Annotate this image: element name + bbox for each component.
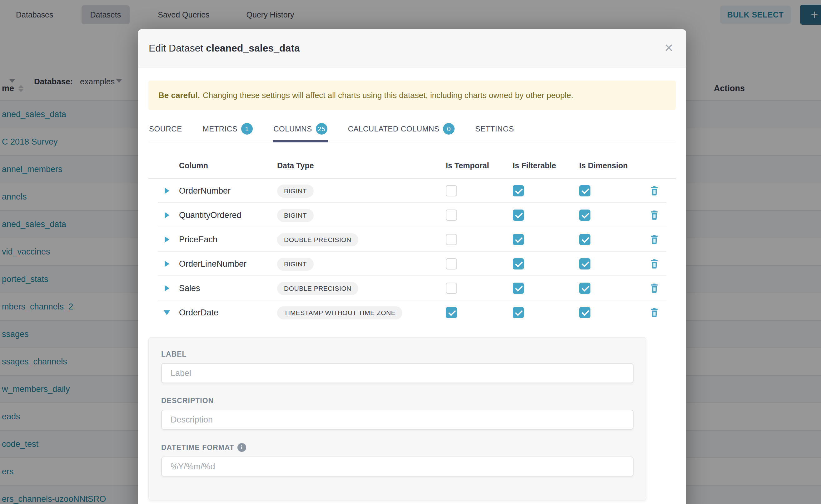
is-dimension-checkbox[interactable]: [579, 307, 591, 318]
tab-count-badge: 1: [241, 123, 253, 135]
is-filterable-checkbox[interactable]: [513, 258, 524, 269]
tab-count-badge: 0: [443, 123, 455, 135]
is-dimension-checkbox[interactable]: [579, 258, 591, 269]
warning-text: Changing these settings will affect all …: [203, 91, 573, 100]
is-dimension-checkbox[interactable]: [579, 234, 591, 245]
is-temporal-checkbox[interactable]: [446, 234, 457, 245]
column-name: PriceEach: [179, 235, 217, 245]
tab-metrics[interactable]: METRICS 1: [202, 119, 254, 142]
description-input[interactable]: [161, 410, 634, 430]
description-field-label: DESCRIPTION: [161, 397, 634, 405]
modal-tabs: SOURCE METRICS 1 COLUMNS 25 CALCULATED C…: [148, 119, 676, 142]
data-type-pill: BIGINT: [277, 258, 314, 271]
modal-body: Be careful. Changing these settings will…: [138, 81, 686, 500]
column-row: Sales DOUBLE PRECISION: [148, 276, 676, 300]
is-filterable-checkbox[interactable]: [513, 307, 524, 318]
is-filterable-checkbox[interactable]: [513, 283, 524, 294]
is-temporal-header: Is Temporal: [446, 161, 489, 170]
is-filterable-header: Is Filterable: [513, 161, 556, 170]
edit-dataset-modal: Edit Dataset cleaned_sales_data ✕ Be car…: [138, 29, 686, 504]
column-header: Column: [179, 161, 208, 170]
columns-table-header: Column Data Type Is Temporal Is Filterab…: [148, 153, 676, 179]
column-row: OrderDate TIMESTAMP WITHOUT TIME ZONE: [148, 300, 676, 325]
tab-calculated-columns[interactable]: CALCULATED COLUMNS 0: [347, 119, 456, 142]
datetime-format-field-group: DATETIME FORMAT i: [161, 443, 634, 477]
tab-label: SOURCE: [149, 125, 182, 133]
warning-banner: Be careful. Changing these settings will…: [148, 81, 676, 110]
data-type-pill: BIGINT: [277, 185, 314, 198]
delete-column-icon[interactable]: [650, 283, 659, 295]
label-input[interactable]: [161, 363, 634, 383]
is-dimension-checkbox[interactable]: [579, 283, 591, 294]
delete-column-icon[interactable]: [650, 259, 659, 270]
data-type-pill: TIMESTAMP WITHOUT TIME ZONE: [277, 306, 402, 319]
tab-label: SETTINGS: [475, 125, 514, 133]
tab-count-badge: 25: [316, 123, 327, 135]
expand-caret-icon[interactable]: [165, 261, 169, 267]
screen: DatabasesDatasetsSaved QueriesQuery Hist…: [0, 0, 821, 504]
tab-label: COLUMNS: [273, 125, 312, 133]
expand-caret-icon[interactable]: [165, 285, 169, 291]
column-name: QuantityOrdered: [179, 210, 241, 220]
column-name: OrderNumber: [179, 186, 230, 196]
modal-header: Edit Dataset cleaned_sales_data ✕: [138, 29, 686, 67]
datetime-format-input[interactable]: [161, 457, 634, 477]
tab-settings[interactable]: SETTINGS: [475, 119, 515, 142]
tab-columns[interactable]: COLUMNS 25: [273, 119, 328, 142]
expand-caret-icon[interactable]: [165, 236, 169, 243]
column-name: Sales: [179, 284, 200, 293]
expand-caret-icon[interactable]: [164, 310, 170, 315]
is-temporal-checkbox[interactable]: [446, 258, 457, 269]
data-type-pill: BIGINT: [277, 209, 314, 222]
is-filterable-checkbox[interactable]: [513, 234, 524, 245]
datetime-format-field-label: DATETIME FORMAT i: [161, 443, 634, 452]
column-row: OrderLineNumber BIGINT: [148, 252, 676, 276]
column-row: PriceEach DOUBLE PRECISION: [148, 227, 676, 252]
close-icon[interactable]: ✕: [662, 41, 675, 56]
is-dimension-header: Is Dimension: [579, 161, 628, 170]
delete-column-icon[interactable]: [650, 307, 659, 319]
delete-column-icon[interactable]: [650, 185, 659, 197]
expand-caret-icon[interactable]: [165, 212, 169, 218]
modal-title: Edit Dataset cleaned_sales_data: [149, 42, 300, 54]
warning-bold-text: Be careful.: [158, 91, 200, 100]
is-filterable-checkbox[interactable]: [513, 210, 524, 221]
data-type-pill: DOUBLE PRECISION: [277, 233, 358, 246]
delete-column-icon[interactable]: [650, 234, 659, 246]
is-dimension-checkbox[interactable]: [579, 210, 591, 221]
is-temporal-checkbox[interactable]: [446, 307, 457, 318]
columns-table-body: OrderNumber BIGINT QuantityOrdered BIGIN…: [148, 179, 676, 325]
label-field-label: LABEL: [161, 350, 634, 358]
info-icon[interactable]: i: [237, 443, 246, 452]
data-type-header: Data Type: [277, 161, 314, 170]
is-temporal-checkbox[interactable]: [446, 210, 457, 221]
is-temporal-checkbox[interactable]: [446, 283, 457, 294]
is-temporal-checkbox[interactable]: [446, 185, 457, 196]
is-filterable-checkbox[interactable]: [513, 185, 524, 196]
is-dimension-checkbox[interactable]: [579, 185, 591, 196]
delete-column-icon[interactable]: [650, 210, 659, 222]
column-row: OrderNumber BIGINT: [148, 179, 676, 203]
column-row: QuantityOrdered BIGINT: [148, 203, 676, 227]
column-name: OrderDate: [179, 308, 218, 318]
tab-label: METRICS: [203, 125, 238, 133]
data-type-pill: DOUBLE PRECISION: [277, 282, 358, 295]
column-editor-panel: LABEL DESCRIPTION DATETIME FORMAT i: [148, 337, 646, 500]
tab-source[interactable]: SOURCE: [148, 119, 183, 142]
description-field-group: DESCRIPTION: [161, 397, 634, 430]
modal-title-prefix: Edit Dataset: [149, 42, 203, 54]
tab-label: CALCULATED COLUMNS: [348, 125, 440, 133]
label-field-group: LABEL: [161, 350, 634, 383]
modal-title-dataset-name: cleaned_sales_data: [206, 42, 300, 54]
expand-caret-icon[interactable]: [165, 188, 169, 194]
column-name: OrderLineNumber: [179, 259, 246, 269]
